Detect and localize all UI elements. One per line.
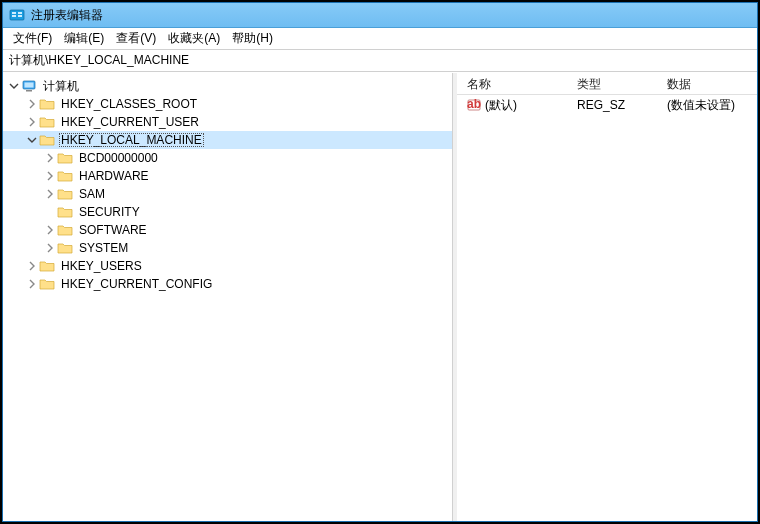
svg-rect-2 <box>12 15 16 17</box>
string-value-icon: ab <box>467 98 481 112</box>
chevron-right-icon[interactable] <box>43 169 57 183</box>
tree-node-computer[interactable]: 计算机 <box>3 77 452 95</box>
svg-rect-4 <box>18 15 22 17</box>
regedit-icon <box>9 7 25 23</box>
values-pane[interactable]: 名称 类型 数据 ab (默认) REG_SZ <box>457 73 757 521</box>
folder-icon <box>57 150 73 166</box>
folder-icon <box>57 186 73 202</box>
value-type: REG_SZ <box>577 98 625 112</box>
chevron-right-icon[interactable] <box>25 97 39 111</box>
chevron-right-icon[interactable] <box>43 187 57 201</box>
tree-label: HKEY_CURRENT_USER <box>59 115 201 129</box>
tree-node-hkcr[interactable]: HKEY_CLASSES_ROOT <box>3 95 452 113</box>
window-title: 注册表编辑器 <box>31 7 103 24</box>
svg-rect-1 <box>12 12 16 14</box>
folder-icon <box>39 96 55 112</box>
tree-node-hkcu[interactable]: HKEY_CURRENT_USER <box>3 113 452 131</box>
svg-rect-6 <box>25 83 34 88</box>
svg-rect-3 <box>18 12 22 14</box>
tree-label: 计算机 <box>41 78 81 95</box>
chevron-right-icon[interactable] <box>25 277 39 291</box>
tree-label: SAM <box>77 187 107 201</box>
svg-rect-7 <box>26 90 32 92</box>
values-header: 名称 类型 数据 <box>457 73 757 95</box>
folder-icon <box>57 222 73 238</box>
registry-editor-window: 注册表编辑器 文件(F) 编辑(E) 查看(V) 收藏夹(A) 帮助(H) 计算… <box>2 2 758 522</box>
tree-label: SYSTEM <box>77 241 130 255</box>
folder-icon <box>57 240 73 256</box>
value-data: (数值未设置) <box>667 97 735 114</box>
tree-node-hklm[interactable]: HKEY_LOCAL_MACHINE <box>3 131 452 149</box>
svg-text:ab: ab <box>467 98 481 111</box>
values-body: ab (默认) REG_SZ (数值未设置) <box>457 95 757 521</box>
titlebar[interactable]: 注册表编辑器 <box>3 3 757 28</box>
tree-node-system[interactable]: SYSTEM <box>3 239 452 257</box>
tree-label: SOFTWARE <box>77 223 149 237</box>
menubar: 文件(F) 编辑(E) 查看(V) 收藏夹(A) 帮助(H) <box>3 28 757 50</box>
chevron-right-icon[interactable] <box>43 151 57 165</box>
folder-icon <box>57 168 73 184</box>
content-area: 计算机 HKEY_CLASSES_ROOT HK <box>3 72 757 521</box>
chevron-right-icon[interactable] <box>25 115 39 129</box>
value-name: (默认) <box>485 97 517 114</box>
menu-favorites[interactable]: 收藏夹(A) <box>162 28 226 49</box>
tree-node-bcd[interactable]: BCD00000000 <box>3 149 452 167</box>
folder-icon <box>39 258 55 274</box>
column-header-type[interactable]: 类型 <box>567 73 657 94</box>
folder-icon <box>39 276 55 292</box>
folder-icon <box>39 132 55 148</box>
tree-label: BCD00000000 <box>77 151 160 165</box>
tree-pane[interactable]: 计算机 HKEY_CLASSES_ROOT HK <box>3 73 453 521</box>
menu-view[interactable]: 查看(V) <box>110 28 162 49</box>
tree-label: HKEY_CLASSES_ROOT <box>59 97 199 111</box>
value-row[interactable]: ab (默认) REG_SZ (数值未设置) <box>457 95 757 115</box>
tree-label: HKEY_USERS <box>59 259 144 273</box>
tree-label: HKEY_CURRENT_CONFIG <box>59 277 214 291</box>
tree-label: HKEY_LOCAL_MACHINE <box>59 133 204 147</box>
tree-node-hardware[interactable]: HARDWARE <box>3 167 452 185</box>
menu-edit[interactable]: 编辑(E) <box>58 28 110 49</box>
chevron-right-icon[interactable] <box>43 241 57 255</box>
address-bar[interactable]: 计算机\HKEY_LOCAL_MACHINE <box>3 50 757 72</box>
chevron-down-icon[interactable] <box>25 133 39 147</box>
column-header-data[interactable]: 数据 <box>657 73 757 94</box>
chevron-down-icon[interactable] <box>7 79 21 93</box>
menu-file[interactable]: 文件(F) <box>7 28 58 49</box>
tree-node-sam[interactable]: SAM <box>3 185 452 203</box>
tree-node-security[interactable]: SECURITY <box>3 203 452 221</box>
menu-help[interactable]: 帮助(H) <box>226 28 279 49</box>
chevron-right-icon[interactable] <box>25 259 39 273</box>
tree-label: SECURITY <box>77 205 142 219</box>
folder-icon <box>39 114 55 130</box>
tree-node-hkcc[interactable]: HKEY_CURRENT_CONFIG <box>3 275 452 293</box>
tree-label: HARDWARE <box>77 169 151 183</box>
tree-node-hku[interactable]: HKEY_USERS <box>3 257 452 275</box>
address-path: 计算机\HKEY_LOCAL_MACHINE <box>9 52 189 69</box>
chevron-right-icon[interactable] <box>43 223 57 237</box>
folder-icon <box>57 204 73 220</box>
computer-icon <box>21 78 37 94</box>
column-header-name[interactable]: 名称 <box>457 73 567 94</box>
tree-node-software[interactable]: SOFTWARE <box>3 221 452 239</box>
